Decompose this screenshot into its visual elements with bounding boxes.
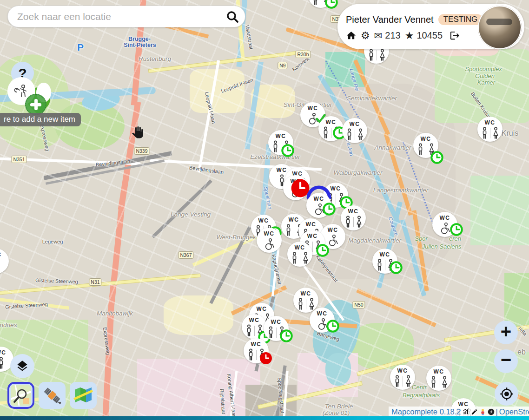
crosshair-icon <box>500 387 514 401</box>
gear-icon[interactable]: ⚙ <box>361 31 370 41</box>
pictogram-row <box>262 236 276 250</box>
toilet-marker[interactable]: WC <box>432 212 457 237</box>
user-actions-row: ⚙ ✉ 213 ★ 10455 <box>346 30 460 41</box>
user-name-row: Pieter Vander Vennet TESTING <box>346 14 483 25</box>
opening-hours-open-icon <box>450 223 463 236</box>
toilet-marker[interactable]: WC <box>257 228 282 253</box>
avatar[interactable] <box>478 6 522 49</box>
add-plus-icon[interactable] <box>25 94 46 115</box>
pictogram-row <box>0 257 1 271</box>
search-input[interactable] <box>16 11 225 23</box>
pictogram-row <box>345 127 365 141</box>
style-osm-carto-button[interactable] <box>7 382 34 409</box>
toilet-marker[interactable]: WC <box>268 130 293 155</box>
stats-icon[interactable] <box>463 408 469 415</box>
add-item-tooltip: re to add a new item <box>0 113 81 126</box>
user-mode-badge: TESTING <box>438 14 483 25</box>
toilet-marker[interactable]: WC <box>0 249 9 274</box>
toilet-marker[interactable]: WC <box>390 365 415 390</box>
wc-label: WC <box>421 136 431 142</box>
wc-label: WC <box>380 251 390 258</box>
pictogram-row <box>480 125 500 139</box>
wc-label: WC <box>264 230 275 237</box>
opening-hours-open-icon <box>316 244 330 257</box>
wc-label: WC <box>306 221 317 228</box>
geolocate-button[interactable] <box>495 382 518 406</box>
style-map-button[interactable] <box>70 382 97 409</box>
zoom-in-button[interactable]: + <box>494 321 518 344</box>
toilet-pin[interactable]: WC <box>257 228 282 253</box>
opening-hours-open-icon <box>326 320 340 333</box>
toilet-pin[interactable]: WC <box>426 366 451 391</box>
bottom-progress-strip <box>0 416 529 420</box>
toilet-marker[interactable]: WC <box>310 308 335 333</box>
search-icon[interactable] <box>225 10 239 24</box>
pictogram-row <box>393 374 413 387</box>
zoom-in-label: + <box>501 321 511 342</box>
logout-icon[interactable] <box>450 30 460 41</box>
map-canvas[interactable]: Brugge-Sint-PietersRustenburgSint-Gillis… <box>0 0 529 420</box>
toilet-marker[interactable]: WC <box>426 366 451 391</box>
wc-label: WC <box>276 133 286 139</box>
app-version[interactable]: Mapcomplete 0.18.2 <box>391 407 461 416</box>
layers-button[interactable] <box>10 354 34 378</box>
wc-label: WC <box>258 217 269 224</box>
toilet-marker[interactable]: WC <box>413 133 438 158</box>
opening-hours-open-icon <box>281 144 295 158</box>
wc-label: WC <box>271 319 282 325</box>
toilet-marker[interactable]: WC <box>244 338 269 363</box>
edit-icon[interactable] <box>471 408 478 415</box>
envelope-icon[interactable]: ✉ <box>374 31 383 40</box>
user-panel: Pieter Vander Vennet TESTING ⚙ ✉ 213 ★ 1… <box>337 4 524 49</box>
toilet-marker[interactable]: WC <box>287 242 312 267</box>
osm-carto-icon <box>11 385 31 406</box>
pictogram-row <box>367 47 387 61</box>
mapcomplete-app: Brugge-Sint-PietersRustenburgSint-Gillis… <box>0 0 529 420</box>
style-satellite-button[interactable] <box>39 382 66 409</box>
toilet-pin[interactable]: WC <box>342 118 367 143</box>
satellite-icon <box>42 385 62 406</box>
toilet-pin[interactable]: WC <box>0 249 9 274</box>
toilet-marker[interactable]: WC <box>242 314 267 339</box>
wc-label: WC <box>348 208 359 215</box>
layers-icon <box>16 360 29 373</box>
osm-link[interactable]: OpenStreetMap <box>499 407 529 416</box>
toilet-marker[interactable]: WC <box>342 118 367 143</box>
wc-label: WC <box>307 233 318 239</box>
opening-hours-open-icon <box>430 151 444 164</box>
wc-label: WC <box>251 341 262 348</box>
opening-hours-open-icon <box>390 261 403 275</box>
attribution-divider: | <box>496 407 498 416</box>
folded-map-icon <box>73 385 93 406</box>
pictogram-row <box>290 250 310 264</box>
wc-label: WC <box>249 317 260 323</box>
zoom-out-button[interactable]: − <box>494 349 518 373</box>
toilet-marker[interactable]: WC <box>477 117 503 142</box>
attribution-bar: Mapcomplete 0.18.2 | OpenStreetMap <box>389 407 529 417</box>
star-icon[interactable]: ★ <box>405 31 414 41</box>
toilet-marker[interactable]: WC <box>264 316 289 341</box>
toilet-pin[interactable]: WC <box>477 117 503 142</box>
wc-label: WC <box>350 121 360 127</box>
wc-label: WC <box>289 217 299 223</box>
wc-label: WC <box>328 227 338 233</box>
wc-label: WC <box>308 105 318 112</box>
wc-label: WC <box>326 119 337 125</box>
wc-label: WC <box>0 251 2 258</box>
toilet-pin[interactable]: WC <box>287 242 312 267</box>
pan-hand-cursor <box>131 125 145 140</box>
wc-label: WC <box>0 349 7 356</box>
wc-label: WC <box>434 368 444 375</box>
toilet-pin[interactable]: WC <box>390 365 415 390</box>
toilet-marker[interactable]: WC <box>372 249 397 274</box>
mascot-icon[interactable] <box>479 408 486 415</box>
toilet-marker[interactable]: WC <box>308 0 333 8</box>
search-bar[interactable] <box>7 6 245 27</box>
pictogram-row <box>429 374 449 388</box>
opening-hours-open-icon <box>280 329 293 343</box>
wc-label: WC <box>485 119 496 126</box>
community-icon[interactable] <box>488 408 495 415</box>
toilet-marker[interactable]: WC <box>318 116 344 141</box>
toilet-marker[interactable]: WC <box>306 193 331 218</box>
home-icon[interactable] <box>346 30 357 41</box>
